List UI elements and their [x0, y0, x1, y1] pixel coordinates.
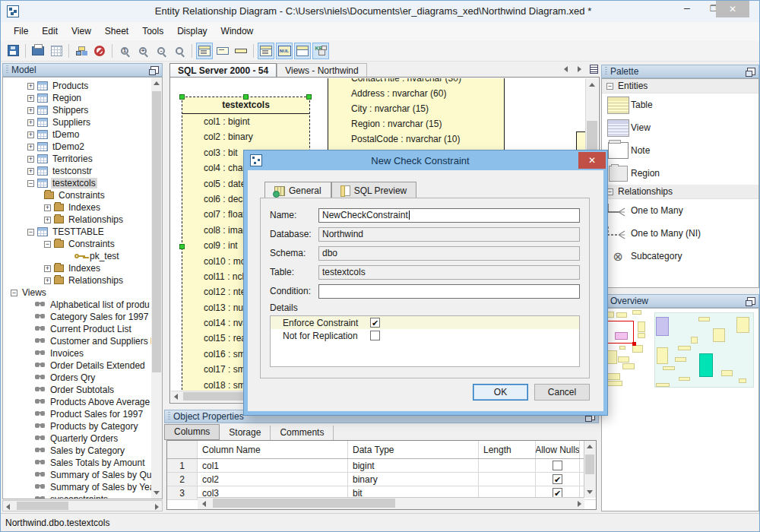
display-titles-only-toggle[interactable]: [214, 43, 231, 59]
menu-display[interactable]: Display: [170, 24, 214, 39]
minimize-button[interactable]: –: [676, 1, 698, 17]
grid-type-cell[interactable]: binary: [348, 473, 479, 486]
objprops-tab-columns[interactable]: Columns: [164, 424, 220, 440]
palette-item-view[interactable]: View: [602, 116, 758, 139]
palette-item-note[interactable]: Note: [602, 139, 758, 162]
tree-expander-icon[interactable]: −: [44, 241, 51, 248]
palette-item-one-to-many-ni-[interactable]: One to Many (NI): [602, 222, 758, 245]
tree-item-views[interactable]: −Views: [3, 287, 162, 299]
tree-item-indexes[interactable]: +Indexes: [3, 201, 162, 214]
tree-item-testtable[interactable]: −TESTTABLE: [3, 226, 162, 238]
dialog-title-bar[interactable]: New Check Constraint ✕: [244, 150, 607, 170]
field-input-table[interactable]: testextcols: [318, 265, 580, 280]
field-input-condition[interactable]: [318, 284, 580, 299]
tree-item-pk-test[interactable]: pk_test: [3, 250, 162, 262]
tree-item-indexes[interactable]: +Indexes: [3, 262, 162, 274]
menu-file[interactable]: File: [7, 24, 35, 39]
tree-item-sales-totals-by-amount[interactable]: Sales Totals by Amount: [3, 457, 162, 469]
tree-item-products-by-category[interactable]: Products by Category: [3, 420, 162, 432]
tree-item-current-product-list[interactable]: Current Product List: [3, 323, 162, 335]
tree-item-tdemo[interactable]: +tDemo: [3, 128, 162, 141]
tree-expander-icon[interactable]: +: [27, 95, 34, 102]
tree-expander-icon[interactable]: −: [27, 229, 34, 236]
tree-expander-icon[interactable]: +: [27, 156, 34, 163]
auto-layout-button[interactable]: [73, 43, 90, 59]
display-full-entities-toggle[interactable]: [196, 43, 213, 59]
tree-expander-icon[interactable]: +: [27, 131, 34, 138]
tab-prev-icon[interactable]: [562, 65, 570, 74]
tree-item-constraints[interactable]: −Constraints: [3, 238, 162, 250]
tree-expander-icon[interactable]: +: [44, 217, 51, 223]
float-panel-icon[interactable]: [747, 68, 755, 75]
grid-type-cell[interactable]: bigint: [348, 459, 479, 472]
zoom-actual-button[interactable]: 1: [116, 43, 133, 59]
palette-item-one-to-many[interactable]: One to Many: [602, 199, 758, 222]
show-keys-toggle[interactable]: [312, 43, 329, 59]
show-columns-toggle[interactable]: [258, 43, 274, 59]
tree-item-order-details-extended[interactable]: Order Details Extended: [3, 359, 162, 372]
tree-item-invoices[interactable]: Invoices: [3, 347, 162, 359]
show-window-toggle[interactable]: [294, 43, 311, 59]
grid-button[interactable]: [48, 43, 65, 59]
tree-expander-icon[interactable]: −: [11, 290, 17, 296]
menu-view[interactable]: View: [65, 24, 98, 39]
table-row[interactable]: 2col2binary✔: [167, 473, 596, 486]
selection-handle-nw[interactable]: [179, 94, 185, 100]
tree-item-region[interactable]: +Region: [3, 92, 162, 104]
tab-sql-server[interactable]: SQL Server 2000 - 54: [169, 63, 277, 77]
tree-item-quarterly-orders[interactable]: Quarterly Orders: [3, 432, 162, 445]
objprops-tab-storage[interactable]: Storage: [220, 426, 271, 440]
tree-item-relationships[interactable]: +Relationships: [3, 214, 162, 226]
grid-length-cell[interactable]: [479, 459, 536, 472]
close-button[interactable]: ✕: [716, 1, 749, 17]
tree-expander-icon[interactable]: +: [27, 168, 34, 175]
panel-grip[interactable]: [605, 67, 607, 76]
palette-group-entities[interactable]: −Entities: [602, 79, 758, 93]
tree-item-summary-of-sales-by-qu[interactable]: Summary of Sales by Qu: [3, 469, 162, 481]
zoom-out-button[interactable]: -: [153, 43, 169, 59]
tree-expander-icon[interactable]: +: [27, 144, 34, 150]
tree-item-summary-of-sales-by-yea[interactable]: Summary of Sales by Yea: [3, 481, 162, 493]
menu-window[interactable]: Window: [214, 24, 261, 39]
tab-next-icon[interactable]: [576, 65, 584, 74]
grid-name-cell[interactable]: col2: [198, 473, 348, 486]
tree-expander-icon[interactable]: −: [27, 180, 34, 187]
selection-handle-n[interactable]: [243, 94, 249, 100]
print-button[interactable]: [30, 43, 46, 59]
table-row[interactable]: 1col1bigint: [167, 459, 596, 473]
dialog-tab-sql-preview[interactable]: SQL Preview: [331, 182, 417, 199]
tree-item-sales-by-category[interactable]: Sales by Category: [3, 445, 162, 457]
palette-item-region[interactable]: Region: [602, 162, 758, 185]
tree-item-customer-and-suppliers-b[interactable]: Customer and Suppliers b: [3, 335, 162, 347]
tree-item-relationships[interactable]: +Relationships: [3, 274, 162, 287]
tree-expander-icon[interactable]: +: [27, 83, 34, 90]
tree-item-testextcols[interactable]: −testextcols: [3, 177, 162, 189]
tree-item-products[interactable]: +Products: [3, 80, 162, 92]
tree-item-alphabetical-list-of-produ[interactable]: Alphabetical list of produ: [3, 299, 162, 311]
cancel-action-button[interactable]: [91, 43, 108, 59]
palette-item-subcategory[interactable]: ⊗Subcategory: [602, 245, 758, 268]
grid-vscrollbar[interactable]: [584, 441, 596, 498]
save-button[interactable]: [5, 43, 21, 59]
tree-expander-icon[interactable]: +: [27, 107, 34, 114]
tree-expander-icon[interactable]: +: [44, 204, 51, 211]
grid-length-cell[interactable]: [479, 473, 536, 486]
dialog-close-icon[interactable]: ✕: [578, 152, 606, 169]
collapse-icon[interactable]: −: [606, 83, 613, 90]
tree-expander-icon[interactable]: +: [27, 119, 34, 126]
tree-item-tdemo2[interactable]: +tDemo2: [3, 141, 162, 153]
tree-item-shippers[interactable]: +Shippers: [3, 104, 162, 116]
tree-item-category-sales-for-1997[interactable]: Category Sales for 1997: [3, 311, 162, 323]
display-minimal-toggle[interactable]: [233, 43, 249, 59]
model-tree-vscrollbar[interactable]: [151, 78, 162, 499]
grid-name-cell[interactable]: col1: [198, 459, 348, 472]
tree-item-order-subtotals[interactable]: Order Subtotals: [3, 384, 162, 396]
field-input-name[interactable]: NewCheckConstraint: [318, 208, 580, 223]
grid-hscrollbar[interactable]: [198, 497, 584, 509]
detail-checkbox[interactable]: [370, 331, 380, 340]
tree-item-products-above-average[interactable]: Products Above Average: [3, 396, 162, 408]
ok-button[interactable]: OK: [473, 384, 528, 401]
tree-expander-icon[interactable]: +: [44, 265, 51, 272]
collapse-icon[interactable]: −: [606, 188, 613, 195]
panel-grip[interactable]: [168, 412, 170, 421]
